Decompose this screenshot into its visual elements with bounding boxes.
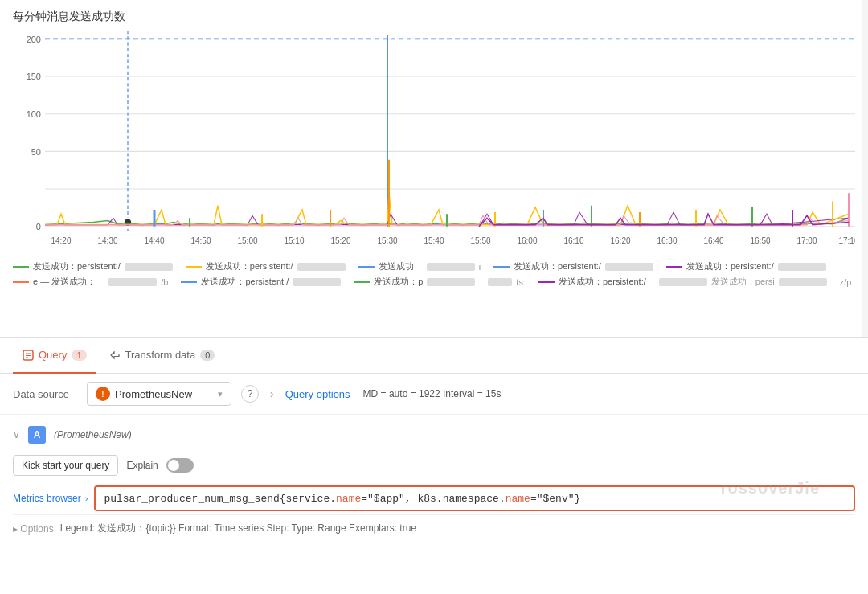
explain-label: Explain <box>126 460 158 471</box>
legend-text: 发送成功：persistent:/ <box>206 260 293 272</box>
legend-color <box>538 281 555 283</box>
svg-text:16:50: 16:50 <box>750 236 770 245</box>
chart-scrollbar[interactable] <box>862 0 868 337</box>
metrics-chevron-icon: › <box>85 494 88 503</box>
transform-icon <box>109 350 121 361</box>
svg-text:0: 0 <box>36 222 41 231</box>
query-options-label: Query options <box>285 388 350 400</box>
svg-text:200: 200 <box>27 34 41 43</box>
datasource-label: Data source <box>13 388 77 400</box>
explain-toggle[interactable] <box>166 458 194 473</box>
svg-text:50: 50 <box>31 146 41 156</box>
legend-item: 发送成功：persistent:/ <box>186 260 346 272</box>
legend-color <box>13 266 29 268</box>
query-options-meta: MD = auto = 1922 Interval = 15s <box>363 388 502 399</box>
legend-text: 发送成功：persistent:/ <box>201 276 289 288</box>
query-label: A <box>28 426 46 444</box>
metrics-browser-label: Metrics browser <box>13 493 81 504</box>
tab-transform-label: Transform data <box>125 349 196 361</box>
legend-text: e — 发送成功： <box>33 276 96 288</box>
legend-color <box>493 266 510 268</box>
tab-transform-badge: 0 <box>200 350 215 361</box>
legend-item: /b <box>108 276 168 288</box>
tab-query-badge: 1 <box>72 350 86 361</box>
legend-item: 发送成功 <box>358 260 414 272</box>
svg-text:15:20: 15:20 <box>330 236 350 245</box>
legend-item: ts: <box>488 276 526 288</box>
chart-container: 每分钟消息发送成功数 200 150 100 50 0 14:20 14:30 … <box>0 0 868 338</box>
legend-item: 发送成功：persistent:/ <box>13 260 173 272</box>
chart-title: 每分钟消息发送成功数 <box>13 10 855 24</box>
legend-item: 发送成功：persistent:/ <box>493 260 653 272</box>
options-row: ▸ Options Legend: 发送成功：{topic}} Format: … <box>13 514 855 542</box>
svg-text:16:40: 16:40 <box>703 236 723 245</box>
query-section: ∨ A (PrometheusNew) Kick start your quer… <box>0 415 868 542</box>
svg-text:14:50: 14:50 <box>190 236 211 245</box>
legend-text: 发送成功：persi <box>711 276 775 288</box>
legend-text: 发送成功：persistent:/ <box>33 260 121 272</box>
metrics-browser-link[interactable]: Metrics browser › <box>13 493 94 504</box>
query-header: ∨ A (PrometheusNew) <box>13 421 855 449</box>
legend-color <box>358 266 375 268</box>
code-highlight-2: name <box>506 493 530 505</box>
svg-text:16:00: 16:00 <box>517 236 537 245</box>
kick-start-button[interactable]: Kick start your query <box>13 455 118 476</box>
datasource-icon: ! <box>96 387 110 401</box>
legend-text: z/p <box>840 277 852 287</box>
datasource-select[interactable]: ! PrometheusNew ▾ <box>87 382 231 406</box>
toggle-knob <box>168 460 179 471</box>
query-code: pulsar_producer_num_msg_send{service.nam… <box>104 493 580 505</box>
code-normal-3: ="$env"} <box>530 493 580 505</box>
query-options-button[interactable]: Query options <box>285 388 350 400</box>
legend-item: 发送成功：persistent:/ <box>666 260 826 272</box>
chevron-down-icon: ▾ <box>218 389 223 399</box>
arrow-right-icon: › <box>268 387 276 400</box>
legend-item: 发送成功：persistent:/ <box>538 276 646 288</box>
tab-query-label: Query <box>39 349 67 361</box>
svg-text:15:00: 15:00 <box>237 236 257 245</box>
svg-text:14:40: 14:40 <box>144 236 164 245</box>
info-button[interactable]: ? <box>241 385 259 403</box>
svg-text:16:20: 16:20 <box>610 236 630 245</box>
svg-text:15:30: 15:30 <box>377 236 397 245</box>
legend-text: /b <box>161 277 168 287</box>
svg-text:14:30: 14:30 <box>97 236 117 245</box>
legend-text: 发送成功 <box>379 260 414 272</box>
svg-text:15:50: 15:50 <box>470 236 490 245</box>
legend-text: ts: <box>516 277 526 287</box>
legend-text: 发送成功：persistent:/ <box>686 260 774 272</box>
datasource-name: PrometheusNew <box>115 388 213 400</box>
query-input[interactable]: pulsar_producer_num_msg_send{service.nam… <box>94 485 855 511</box>
legend-color <box>181 281 197 283</box>
legend-color <box>354 281 370 283</box>
legend-item: 发送成功：persistent:/ <box>181 276 341 288</box>
legend-color <box>13 281 29 283</box>
kick-row: Kick start your query Explain <box>13 449 855 482</box>
options-meta: Legend: 发送成功：{topic}} Format: Time serie… <box>60 522 416 535</box>
legend-color <box>666 266 682 268</box>
chart-svg: 200 150 100 50 0 14:20 14:30 14:40 14:50… <box>13 31 855 256</box>
legend-text: i <box>479 262 481 272</box>
svg-text:16:30: 16:30 <box>657 236 677 245</box>
query-panel: Query 1 Transform data 0 Data source ! P… <box>0 338 868 542</box>
code-highlight-1: name <box>336 493 361 505</box>
tab-query[interactable]: Query 1 <box>13 338 96 374</box>
query-icon <box>23 350 34 361</box>
legend-item: z/p <box>840 276 852 288</box>
legend-item: 发送成功：p <box>354 276 475 288</box>
svg-text:14:20: 14:20 <box>51 236 71 245</box>
code-normal-2: ="$app", k8s.namespace. <box>361 493 505 505</box>
options-collapse-button[interactable]: ▸ Options <box>13 523 54 535</box>
svg-text:150: 150 <box>27 72 41 81</box>
svg-text:100: 100 <box>27 109 41 119</box>
collapse-button[interactable]: ∨ <box>13 429 20 440</box>
tabs-row: Query 1 Transform data 0 <box>0 338 868 374</box>
svg-text:15:40: 15:40 <box>424 236 444 245</box>
legend-text: 发送成功：persistent:/ <box>559 276 646 288</box>
query-ds-name: (PrometheusNew) <box>54 429 132 440</box>
svg-text:17:10: 17:10 <box>838 236 855 245</box>
legend-item: 发送成功：persi <box>659 276 827 288</box>
datasource-row: Data source ! PrometheusNew ▾ ? › Query … <box>0 374 868 415</box>
tab-transform[interactable]: Transform data 0 <box>100 338 225 374</box>
chart-area: 200 150 100 50 0 14:20 14:30 14:40 14:50… <box>13 31 855 256</box>
